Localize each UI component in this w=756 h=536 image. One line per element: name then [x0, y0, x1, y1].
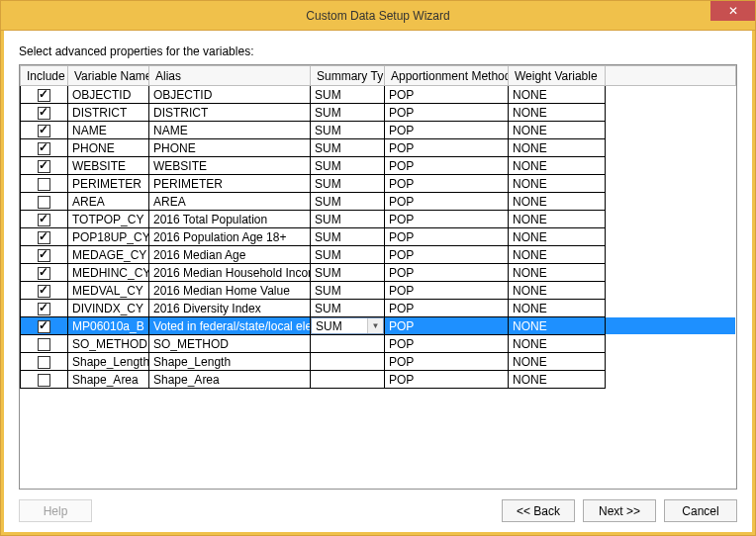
weight-variable-cell[interactable]: NONE: [509, 246, 606, 264]
weight-variable-cell[interactable]: NONE: [509, 193, 606, 211]
table-row[interactable]: AREAAREASUMPOPNONE: [21, 193, 736, 211]
help-button[interactable]: Help: [19, 499, 92, 522]
variable-name-cell[interactable]: Shape_Area: [68, 371, 149, 389]
table-row[interactable]: MEDAGE_CY2016 Median AgeSUMPOPNONE: [21, 246, 736, 264]
summary-type-cell[interactable]: SUM: [311, 300, 385, 317]
weight-variable-cell[interactable]: NONE: [509, 300, 606, 317]
table-row[interactable]: TOTPOP_CY2016 Total PopulationSUMPOPNONE: [21, 211, 736, 228]
include-checkbox[interactable]: [38, 249, 50, 262]
summary-type-cell[interactable]: SUM: [311, 282, 385, 300]
include-cell[interactable]: [21, 335, 68, 353]
apportionment-cell[interactable]: POP: [385, 104, 509, 122]
include-checkbox[interactable]: [38, 196, 50, 209]
back-button[interactable]: << Back: [502, 499, 575, 522]
table-row[interactable]: Shape_LengthShape_LengthPOPNONE: [21, 353, 736, 371]
include-cell[interactable]: [21, 246, 68, 264]
include-cell[interactable]: [21, 211, 68, 228]
variable-name-cell[interactable]: AREA: [68, 193, 149, 211]
include-checkbox[interactable]: [38, 107, 50, 120]
alias-cell[interactable]: NAME: [149, 122, 311, 139]
include-checkbox[interactable]: [38, 267, 50, 280]
include-cell[interactable]: [21, 371, 68, 389]
apportionment-cell[interactable]: POP: [385, 371, 509, 389]
apportionment-cell[interactable]: POP: [385, 139, 509, 157]
apportionment-cell[interactable]: POP: [385, 246, 509, 264]
summary-type-cell[interactable]: SUM: [311, 157, 385, 175]
chevron-down-icon[interactable]: ▼: [367, 318, 383, 333]
include-cell[interactable]: [21, 353, 68, 371]
header-alias[interactable]: Alias: [149, 66, 311, 86]
summary-type-cell[interactable]: SUM: [311, 193, 385, 211]
variable-name-cell[interactable]: MEDHINC_CY: [68, 264, 149, 282]
variable-name-cell[interactable]: PHONE: [68, 139, 149, 157]
apportionment-cell[interactable]: POP: [385, 122, 509, 139]
close-button[interactable]: ✕: [710, 1, 755, 21]
alias-cell[interactable]: 2016 Total Population: [149, 211, 311, 228]
apportionment-cell[interactable]: POP: [385, 335, 509, 353]
variable-name-cell[interactable]: DIVINDX_CY: [68, 300, 149, 317]
table-row[interactable]: MEDVAL_CY2016 Median Home ValueSUMPOPNON…: [21, 282, 736, 300]
weight-variable-cell[interactable]: NONE: [509, 139, 606, 157]
include-cell[interactable]: [21, 300, 68, 317]
weight-variable-cell[interactable]: NONE: [509, 317, 606, 335]
variable-name-cell[interactable]: TOTPOP_CY: [68, 211, 149, 228]
include-cell[interactable]: [21, 86, 68, 104]
apportionment-cell[interactable]: POP: [385, 211, 509, 228]
cancel-button[interactable]: Cancel: [664, 499, 737, 522]
table-row[interactable]: DIVINDX_CY2016 Diversity IndexSUMPOPNONE: [21, 300, 736, 317]
weight-variable-cell[interactable]: NONE: [509, 157, 606, 175]
table-row[interactable]: PHONEPHONESUMPOPNONE: [21, 139, 736, 157]
include-checkbox[interactable]: [38, 320, 50, 333]
variable-name-cell[interactable]: OBJECTID: [68, 86, 149, 104]
include-cell[interactable]: [21, 122, 68, 139]
include-checkbox[interactable]: [38, 356, 50, 369]
header-include[interactable]: Include: [21, 66, 68, 86]
summary-type-cell[interactable]: SUM: [311, 175, 385, 193]
weight-variable-cell[interactable]: NONE: [509, 175, 606, 193]
table-row[interactable]: NAMENAMESUMPOPNONE: [21, 122, 736, 139]
weight-variable-cell[interactable]: NONE: [509, 122, 606, 139]
include-cell[interactable]: [21, 157, 68, 175]
table-row[interactable]: MP06010a_BVoted in federal/state/local e…: [21, 317, 736, 335]
summary-type-cell[interactable]: [311, 371, 385, 389]
variable-name-cell[interactable]: Shape_Length: [68, 353, 149, 371]
apportionment-cell[interactable]: POP: [385, 157, 509, 175]
variable-name-cell[interactable]: POP18UP_CY: [68, 228, 149, 246]
include-cell[interactable]: [21, 282, 68, 300]
weight-variable-cell[interactable]: NONE: [509, 86, 606, 104]
alias-cell[interactable]: OBJECTID: [149, 86, 311, 104]
table-row[interactable]: OBJECTIDOBJECTIDSUMPOPNONE: [21, 86, 736, 104]
include-checkbox[interactable]: [38, 125, 50, 137]
summary-type-cell[interactable]: SUM: [311, 246, 385, 264]
include-cell[interactable]: [21, 139, 68, 157]
alias-cell[interactable]: 2016 Median Home Value: [149, 282, 311, 300]
header-variable-name[interactable]: Variable Name: [68, 66, 149, 86]
table-row[interactable]: SO_METHODSO_METHODPOPNONE: [21, 335, 736, 353]
apportionment-cell[interactable]: POP: [385, 300, 509, 317]
include-checkbox[interactable]: [38, 374, 50, 387]
alias-cell[interactable]: Voted in federal/state/local election: [149, 317, 311, 335]
summary-type-cell[interactable]: SUM: [311, 211, 385, 228]
include-checkbox[interactable]: [38, 178, 50, 191]
apportionment-cell[interactable]: POP: [385, 193, 509, 211]
alias-cell[interactable]: DISTRICT: [149, 104, 311, 122]
include-cell[interactable]: [21, 264, 68, 282]
alias-cell[interactable]: SO_METHOD: [149, 335, 311, 353]
alias-cell[interactable]: AREA: [149, 193, 311, 211]
include-cell[interactable]: [21, 193, 68, 211]
header-summary-type[interactable]: Summary Type: [311, 66, 385, 86]
next-button[interactable]: Next >>: [583, 499, 656, 522]
table-row[interactable]: DISTRICTDISTRICTSUMPOPNONE: [21, 104, 736, 122]
alias-cell[interactable]: Shape_Length: [149, 353, 311, 371]
alias-cell[interactable]: 2016 Median Age: [149, 246, 311, 264]
summary-type-cell[interactable]: SUM▼NONESUMAVEMAXMIN: [311, 317, 385, 335]
apportionment-cell[interactable]: POP: [385, 175, 509, 193]
weight-variable-cell[interactable]: NONE: [509, 264, 606, 282]
weight-variable-cell[interactable]: NONE: [509, 228, 606, 246]
table-row[interactable]: POP18UP_CY2016 Population Age 18+SUMPOPN…: [21, 228, 736, 246]
alias-cell[interactable]: 2016 Median Household Income: [149, 264, 311, 282]
table-row[interactable]: WEBSITEWEBSITESUMPOPNONE: [21, 157, 736, 175]
include-cell[interactable]: [21, 104, 68, 122]
apportionment-cell[interactable]: POP: [385, 264, 509, 282]
include-checkbox[interactable]: [38, 214, 50, 226]
